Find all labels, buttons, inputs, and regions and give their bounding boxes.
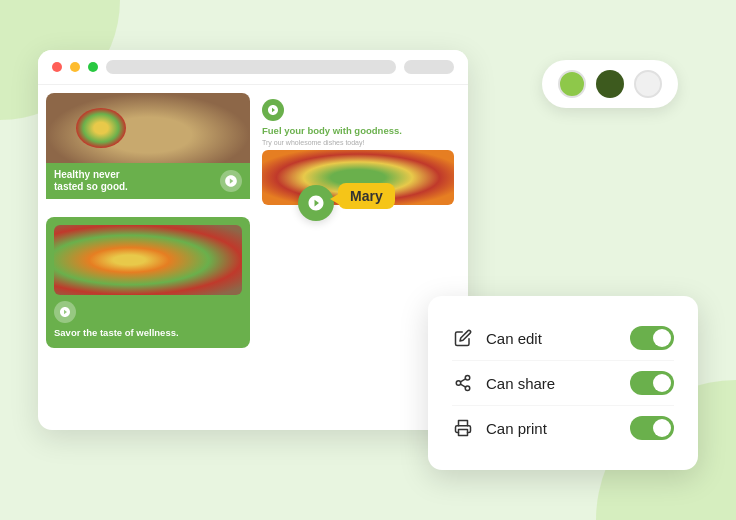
print-toggle[interactable] bbox=[630, 416, 674, 440]
wellness-label: Savor the taste of wellness. bbox=[54, 327, 242, 339]
swatch-light-grey[interactable] bbox=[634, 70, 662, 98]
card-banner-text: Healthy never tasted so good. bbox=[54, 169, 144, 193]
address-bar bbox=[106, 60, 396, 74]
swatch-light-green[interactable] bbox=[558, 70, 586, 98]
browser-toolbar bbox=[38, 50, 468, 85]
edit-toggle[interactable] bbox=[630, 326, 674, 350]
user-name: Mary bbox=[350, 188, 383, 204]
name-tag: Mary bbox=[338, 183, 395, 209]
permissions-panel: Can edit Can share bbox=[428, 296, 698, 470]
browser-dot-green[interactable] bbox=[88, 62, 98, 72]
print-label: Can print bbox=[486, 420, 547, 437]
printer-icon bbox=[452, 417, 474, 439]
permission-print-row: Can print bbox=[452, 406, 674, 450]
card1-logo bbox=[220, 170, 242, 192]
food-bowl-image bbox=[46, 93, 250, 163]
permission-share-row: Can share bbox=[452, 361, 674, 406]
card3-logo bbox=[262, 99, 284, 121]
permission-edit-left: Can edit bbox=[452, 327, 542, 349]
svg-rect-5 bbox=[459, 430, 468, 436]
sub-text: Try our wholesome dishes today! bbox=[262, 139, 454, 146]
main-scene: Healthy never tasted so good. Fuel your … bbox=[28, 30, 708, 490]
svg-line-3 bbox=[460, 384, 465, 387]
permission-print-left: Can print bbox=[452, 417, 547, 439]
edit-label: Can edit bbox=[486, 330, 542, 347]
promo-text: Fuel your body with goodness. bbox=[262, 125, 454, 137]
card-food-bowl: Healthy never tasted so good. bbox=[46, 93, 250, 211]
address-bar-extra bbox=[404, 60, 454, 74]
svg-line-4 bbox=[460, 379, 465, 382]
permission-edit-row: Can edit bbox=[452, 316, 674, 361]
browser-dot-yellow[interactable] bbox=[70, 62, 80, 72]
share-icon bbox=[452, 372, 474, 394]
avatar-group: Mary bbox=[298, 185, 395, 221]
card-banner: Healthy never tasted so good. bbox=[46, 163, 250, 199]
card-wellness: Savor the taste of wellness. bbox=[46, 217, 250, 347]
swatch-dark-green[interactable] bbox=[596, 70, 624, 98]
wellness-food-image bbox=[54, 225, 242, 295]
browser-dot-red[interactable] bbox=[52, 62, 62, 72]
color-palette bbox=[542, 60, 678, 108]
browser-window: Healthy never tasted so good. Fuel your … bbox=[38, 50, 468, 430]
avatar bbox=[298, 185, 334, 221]
permission-share-left: Can share bbox=[452, 372, 555, 394]
pencil-icon bbox=[452, 327, 474, 349]
browser-content: Healthy never tasted so good. Fuel your … bbox=[38, 85, 468, 356]
share-label: Can share bbox=[486, 375, 555, 392]
share-toggle[interactable] bbox=[630, 371, 674, 395]
card2-logo bbox=[54, 301, 76, 323]
